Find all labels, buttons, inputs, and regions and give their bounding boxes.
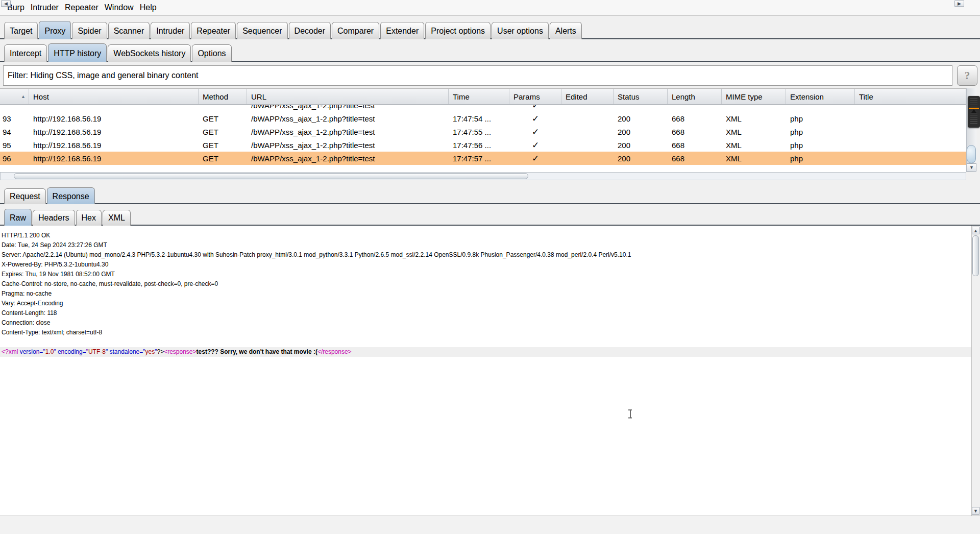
column-header-extension[interactable]: Extension [786,89,855,104]
cell-method: GET [199,141,247,150]
menu-window[interactable]: Window [102,3,137,12]
column-header-status[interactable]: Status [614,89,668,104]
cell-id: 95 [0,141,29,150]
column-header-host[interactable]: Host [29,89,199,104]
proxy-tab-intercept[interactable]: Intercept [4,44,47,62]
table-row-partial[interactable]: /bWAPP/xss_ajax_1-2.php?title=test✓ [0,105,966,112]
view-tab-raw[interactable]: Raw [4,209,32,226]
tab-alerts[interactable]: Alerts [550,22,582,39]
xml-segment-xattr: encoding= [58,348,86,355]
cell-url: /bWAPP/xss_ajax_1-2.php?title=test [247,141,449,150]
xml-segment-xbody: test??? Sorry, we don't have that movie … [197,348,317,355]
proxy-tab-http-history[interactable]: HTTP history [48,43,107,62]
response-scrollbar-thumb[interactable] [972,235,979,276]
cell-extension: php [786,154,855,163]
view-tab-xml[interactable]: XML [103,210,131,226]
cell-id: 96 [0,154,29,163]
xml-segment-xtag: </response> [317,348,352,355]
response-header-line: X-Powered-By: PHP/5.3.2-1ubuntu4.30 [0,260,971,270]
table-row-93[interactable]: 93http://192.168.56.19GET/bWAPP/xss_ajax… [0,112,966,125]
cell-params: ✓ [509,113,561,124]
column-header-title[interactable]: Title [855,89,966,104]
table-row-95[interactable]: 95http://192.168.56.19GET/bWAPP/xss_ajax… [0,138,966,152]
tab-sequencer[interactable]: Sequencer [237,22,287,39]
cell-extension: php [786,141,855,150]
proxy-tab-bar: InterceptHTTP historyWebSockets historyO… [4,42,232,62]
menu-intruder[interactable]: Intruder [28,3,62,12]
cell-status: 200 [614,154,668,163]
proxy-tab-websockets-history[interactable]: WebSockets history [108,44,191,62]
response-raw-view[interactable]: HTTP/1.1 200 OKDate: Tue, 24 Sep 2024 23… [0,226,971,516]
horizontal-scrollbar-thumb[interactable] [14,173,528,179]
xml-segment-xattr: " [106,348,110,355]
response-header-line: Vary: Accept-Encoding [0,299,971,308]
filter-help-button[interactable]: ? [957,65,977,86]
column-header-mime-type[interactable]: MIME type [722,89,786,104]
proxy-tab-options[interactable]: Options [192,44,231,62]
response-header-line: Date: Tue, 24 Sep 2024 23:27:26 GMT [0,240,971,250]
scroll-position-indicator[interactable] [968,96,980,128]
response-headers-block: HTTP/1.1 200 OKDate: Tue, 24 Sep 2024 23… [0,231,971,337]
tab-project-options[interactable]: Project options [425,22,491,39]
cell-id: 93 [0,114,29,123]
cell-time: 17:47:54 ... [449,114,509,123]
column-header-url[interactable]: URL [247,89,449,104]
column-header-edited[interactable]: Edited [561,89,614,104]
main-tab-bar: TargetProxySpiderScannerIntruderRepeater… [4,20,582,39]
tab-target[interactable]: Target [4,22,38,39]
cell-url: /bWAPP/xss_ajax_1-2.php?title=test [247,154,449,163]
tab-decoder[interactable]: Decoder [289,22,331,39]
response-header-line: Server: Apache/2.2.14 (Ubuntu) mod_mono/… [0,250,971,260]
cell-length: 668 [668,154,722,163]
tab-intruder[interactable]: Intruder [151,22,190,39]
filter-bar[interactable]: Filter: Hiding CSS, image and general bi… [3,65,952,86]
xml-segment-xattr: " [54,348,58,355]
cell-method: GET [199,154,247,163]
view-tab-hex[interactable]: Hex [76,210,102,226]
tab-spider[interactable]: Spider [72,22,107,39]
response-header-line: Pragma: no-cache [0,289,971,299]
response-header-line: Cache-Control: no-store, no-cache, must-… [0,279,971,289]
detail-tab-request[interactable]: Request [4,188,46,204]
cell-host: http://192.168.56.19 [29,128,199,136]
cell-url: /bWAPP/xss_ajax_1-2.php?title=test [247,128,449,136]
tab-user-options[interactable]: User options [492,22,549,39]
cell-length: 668 [668,128,722,136]
scroll-down-button[interactable]: ▼ [967,163,976,172]
cell-status: 200 [614,141,668,150]
table-row-partial-content[interactable]: /bWAPP/xss_ajax_1-2.php?title=test✓ [0,105,966,112]
up-arrow-icon: ▲ [973,228,978,233]
view-tab-headers[interactable]: Headers [33,210,75,226]
response-header-line: Content-Length: 118 [0,308,971,318]
column-header-index[interactable]: ▲ [0,89,29,104]
detail-tab-response[interactable]: Response [47,187,95,204]
tab-repeater[interactable]: Repeater [191,22,236,39]
text-cursor [628,409,632,418]
table-row-94[interactable]: 94http://192.168.56.19GET/bWAPP/xss_ajax… [0,125,966,138]
cell-method: GET [199,114,247,123]
column-header-method[interactable]: Method [199,89,247,104]
cell-params: ✓ [509,153,561,164]
table-row-96[interactable]: 96http://192.168.56.19GET/bWAPP/xss_ajax… [0,152,966,165]
vertical-scrollbar-thumb[interactable] [967,145,976,163]
cell-host: http://192.168.56.19 [29,154,199,163]
response-scroll-up-button[interactable]: ▲ [972,227,979,234]
cell-params: ✓ [509,127,561,137]
tab-extender[interactable]: Extender [380,22,424,39]
table-horizontal-scrollbar[interactable] [0,172,966,180]
scroll-left-button[interactable]: ◀ [1,1,11,7]
scroll-right-button[interactable]: ▶ [954,1,964,7]
cell-host: http://192.168.56.19 [29,114,199,123]
tab-comparer[interactable]: Comparer [332,22,379,39]
response-scroll-down-button[interactable]: ▼ [972,507,979,515]
xml-segment-xval: 1.0 [45,348,54,355]
burp-suite-window: BurpIntruderRepeaterWindowHelp TargetPro… [0,0,980,534]
column-header-time[interactable]: Time [449,89,509,104]
column-header-length[interactable]: Length [668,89,722,104]
xml-segment-xattr: version= [20,348,43,355]
tab-scanner[interactable]: Scanner [108,22,150,39]
menu-repeater[interactable]: Repeater [62,3,102,12]
menu-help[interactable]: Help [137,3,160,12]
column-header-params[interactable]: Params [509,89,561,104]
tab-proxy[interactable]: Proxy [39,21,71,39]
